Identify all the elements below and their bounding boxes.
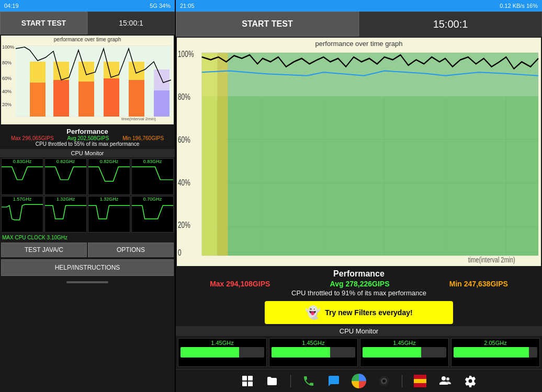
- right-cpu-cell-0: 1.45GHz: [178, 338, 267, 367]
- svg-rect-65: [414, 383, 426, 387]
- left-cpu-grid: 0.83GHz 0.82GHz 0.82GHz 0.83GHz: [0, 157, 175, 234]
- svg-rect-27: [88, 162, 130, 187]
- nav-gear-icon[interactable]: [463, 374, 478, 388]
- nav-flag-icon[interactable]: [413, 374, 427, 388]
- svg-point-62: [382, 379, 386, 383]
- left-perf-avg: Avg 202,508GIPS: [67, 135, 109, 141]
- right-start-button[interactable]: START TEST: [176, 11, 359, 37]
- left-graph-area: performance over time graph 100% 80% 60%…: [1, 36, 174, 124]
- left-max-cpu-clock: MAX CPU CLOCK 3.10GHz: [0, 234, 175, 241]
- svg-rect-32: [132, 199, 173, 225]
- right-graph-wrapper: performance over time graph 100% 80% 60%…: [177, 38, 541, 266]
- right-bottom-nav: [176, 369, 542, 392]
- left-cpu-cell-6: 1.32GHz: [88, 196, 130, 233]
- svg-rect-13: [30, 62, 46, 83]
- left-cpu-cell-2: 0.82GHz: [88, 158, 130, 195]
- svg-text:20%: 20%: [2, 102, 12, 107]
- left-time: 04:19: [4, 3, 19, 9]
- svg-rect-14: [53, 80, 69, 117]
- svg-text:80%: 80%: [178, 92, 190, 101]
- nav-divider-2: [402, 375, 402, 387]
- svg-rect-26: [45, 162, 86, 187]
- right-time: 21:05: [180, 3, 195, 9]
- left-help-button[interactable]: HELP/INSTRUCTIONS: [1, 259, 174, 276]
- right-top-buttons: START TEST 15:00:1: [176, 11, 542, 37]
- nav-folder-icon[interactable]: [265, 374, 280, 388]
- nav-phone-icon[interactable]: [301, 374, 316, 388]
- svg-rect-56: [242, 376, 247, 381]
- svg-rect-58: [242, 382, 247, 386]
- right-throttle-text: CPU throttled to 91% of its max performa…: [180, 289, 538, 297]
- right-graph-svg: 100% 80% 60% 40% 20% 0: [177, 38, 541, 266]
- left-test-java-button[interactable]: TEST JAVA/C: [1, 243, 87, 257]
- svg-rect-64: [414, 379, 426, 383]
- svg-rect-53: [202, 53, 218, 256]
- left-performance-title: Performance: [4, 128, 171, 135]
- svg-text:80%: 80%: [2, 60, 12, 65]
- left-cpu-monitor-title: CPU Monitor: [0, 149, 175, 157]
- left-panel: 04:19 5G 34% START TEST 15:00:1 performa…: [0, 0, 175, 392]
- svg-text:time(interval 2min): time(interval 2min): [121, 117, 156, 121]
- right-perf-min: Min 247,638GIPS: [449, 280, 508, 288]
- right-status-icons: 0.12 KB/s 16%: [500, 3, 538, 9]
- left-home-indicator: [66, 281, 108, 283]
- svg-text:60%: 60%: [2, 76, 12, 81]
- nav-chat-icon[interactable]: [326, 374, 341, 388]
- svg-rect-17: [78, 62, 94, 82]
- left-top-buttons: START TEST 15:00:1: [0, 11, 175, 34]
- svg-text:100%: 100%: [2, 44, 14, 50]
- svg-text:time(interval 2min): time(interval 2min): [468, 256, 515, 264]
- left-performance-section: Performance Max 296,065GIPS Avg 202,508G…: [0, 125, 175, 149]
- svg-rect-54: [218, 53, 228, 256]
- svg-rect-30: [45, 199, 86, 225]
- left-start-button[interactable]: START TEST: [0, 11, 87, 34]
- nav-camera-icon[interactable]: [377, 374, 391, 388]
- nav-divider-1: [290, 375, 291, 387]
- left-options-button[interactable]: OPTIONS: [88, 243, 174, 257]
- svg-point-66: [442, 376, 446, 381]
- svg-rect-28: [132, 162, 173, 187]
- nav-people-icon[interactable]: [438, 374, 453, 388]
- left-timer: 15:00:1: [87, 11, 175, 34]
- svg-rect-57: [248, 376, 253, 381]
- left-bottom-buttons: TEST JAVA/C OPTIONS: [0, 241, 175, 258]
- right-cpu-cell-1: 1.45GHz: [269, 338, 358, 367]
- left-cpu-cell-3: 0.83GHz: [131, 158, 174, 195]
- svg-rect-59: [248, 382, 253, 386]
- right-status-bar: 21:05 0.12 KB/s 16%: [176, 0, 542, 11]
- svg-text:20%: 20%: [178, 220, 190, 229]
- left-perf-stats: Max 296,065GIPS Avg 202,508GIPS Min 196,…: [4, 135, 171, 141]
- svg-text:40%: 40%: [2, 89, 12, 94]
- right-cpu-monitor-title: CPU Monitor: [176, 326, 542, 336]
- left-bottom-bar: [0, 277, 175, 287]
- svg-rect-18: [104, 78, 119, 117]
- svg-rect-63: [414, 375, 426, 379]
- left-cpu-cell-7: 0.70GHz: [131, 196, 174, 233]
- svg-rect-25: [2, 162, 43, 187]
- right-perf-avg: Avg 278,226GIPS: [330, 280, 390, 288]
- right-panel: 21:05 0.12 KB/s 16% START TEST 15:00:1 p…: [176, 0, 542, 392]
- right-performance-title: Performance: [180, 269, 538, 279]
- right-perf-stats: Max 294,108GIPS Avg 278,226GIPS Min 247,…: [180, 279, 538, 289]
- svg-text:60%: 60%: [178, 135, 190, 145]
- svg-rect-15: [53, 62, 69, 80]
- svg-rect-12: [30, 83, 46, 117]
- svg-rect-22: [154, 90, 170, 117]
- left-graph-svg: 100% 80% 60% 40% 20%: [1, 36, 174, 124]
- snapchat-ad[interactable]: 👻 Try new Filters everyday!: [265, 301, 453, 324]
- nav-google-icon[interactable]: [352, 374, 366, 388]
- left-throttle-text: CPU throttled to 55% of its max performa…: [4, 141, 171, 147]
- svg-rect-19: [104, 62, 119, 78]
- svg-point-67: [446, 377, 449, 381]
- svg-text:40%: 40%: [178, 178, 190, 188]
- left-graph-title: performance over time graph: [1, 37, 174, 42]
- svg-rect-16: [78, 82, 94, 117]
- right-graph-title: performance over time graph: [177, 40, 541, 48]
- left-cpu-cell-0: 0.83GHz: [1, 158, 43, 195]
- svg-rect-20: [129, 80, 144, 117]
- nav-grid-icon[interactable]: [240, 374, 255, 388]
- right-timer: 15:00:1: [359, 11, 542, 37]
- left-perf-min: Min 196,760GIPS: [122, 135, 164, 141]
- right-cpu-grid: 1.45GHz 1.45GHz 1.45GHz 2.05GHz: [176, 336, 542, 369]
- left-perf-max: Max 296,065GIPS: [11, 135, 54, 141]
